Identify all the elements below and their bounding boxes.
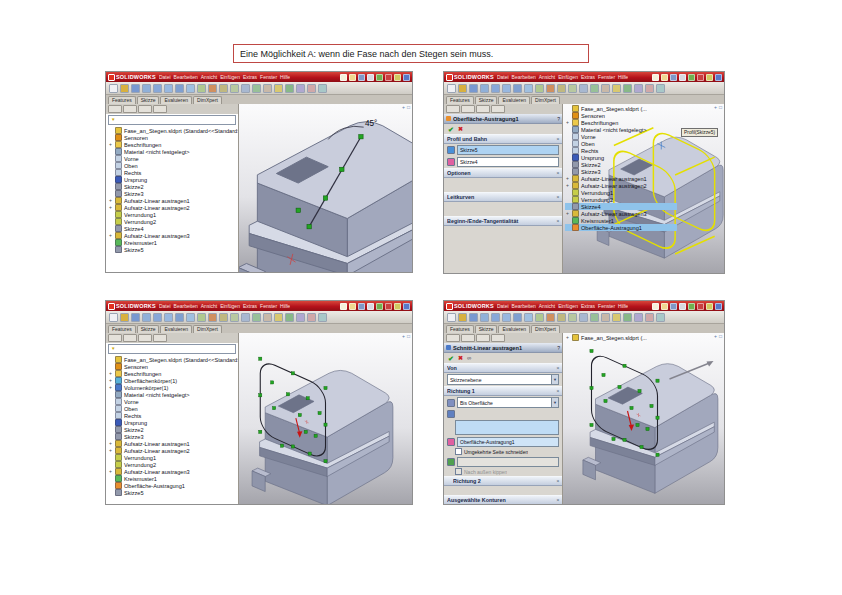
spline-icon[interactable]: [175, 313, 184, 322]
sketch-fillet-icon[interactable]: [535, 313, 544, 322]
tree-item[interactable]: Rechts: [108, 412, 238, 419]
menu-item[interactable]: Fenster: [260, 303, 277, 309]
line-icon[interactable]: [469, 313, 478, 322]
tree-item[interactable]: +Volumenkörper(1): [108, 384, 238, 391]
convert-entities-icon[interactable]: [557, 313, 566, 322]
smart-dimension-icon[interactable]: [274, 313, 283, 322]
dimxpertmanager-tab[interactable]: [491, 105, 505, 113]
help-icon[interactable]: ?: [557, 345, 560, 351]
menu-item[interactable]: Datei: [159, 303, 171, 309]
tree-item[interactable]: Material <nicht festgelegt>: [565, 126, 677, 133]
direction-selection-box[interactable]: [455, 420, 559, 435]
open-icon[interactable]: [349, 303, 356, 310]
commandmanager-tab[interactable]: Features: [446, 96, 474, 104]
menu-item[interactable]: Ansicht: [201, 74, 217, 80]
menu-item[interactable]: Fenster: [260, 74, 277, 80]
save-icon[interactable]: [358, 74, 365, 81]
circle-icon[interactable]: [153, 84, 162, 93]
draft-outward-checkbox[interactable]: Nach außen kippen: [444, 468, 562, 476]
dimxpertmanager-tab[interactable]: [153, 334, 167, 342]
open-icon[interactable]: [661, 303, 668, 310]
tree-item[interactable]: +Aufsatz-Linear austragen1: [565, 175, 677, 182]
new-icon[interactable]: [652, 303, 659, 310]
sketch-tool-icon[interactable]: [120, 84, 129, 93]
spline-icon[interactable]: [513, 84, 522, 93]
menu-item[interactable]: Hilfe: [618, 303, 628, 309]
select-icon[interactable]: [109, 84, 118, 93]
smart-dimension-icon[interactable]: [274, 84, 283, 93]
menu-item[interactable]: Einfügen: [220, 303, 240, 309]
tree-item[interactable]: Vorne: [108, 398, 238, 405]
tree-item[interactable]: Skizze4: [108, 225, 238, 232]
commandmanager-tab[interactable]: DimXpert: [531, 325, 560, 333]
menu-item[interactable]: Extras: [243, 74, 257, 80]
trim-icon[interactable]: [208, 84, 217, 93]
select-icon[interactable]: [447, 84, 456, 93]
rectangle-icon[interactable]: [142, 313, 151, 322]
zoom-fit-icon[interactable]: □: [407, 105, 410, 110]
zoom-fit-icon[interactable]: □: [719, 105, 722, 110]
pan-icon[interactable]: +: [714, 334, 717, 339]
menu-item[interactable]: Einfügen: [558, 303, 578, 309]
propertymanager-tab[interactable]: [461, 334, 475, 342]
tree-item[interactable]: Skizze3: [108, 190, 238, 197]
sketch-repair-icon[interactable]: [307, 313, 316, 322]
linear-sketch-pattern-icon[interactable]: [590, 313, 599, 322]
reverse-direction-icon[interactable]: [447, 399, 455, 407]
tree-item[interactable]: Vorne: [108, 155, 238, 162]
commandmanager-tab[interactable]: Features: [108, 325, 136, 333]
profile-field[interactable]: Skizze5: [457, 145, 559, 155]
sketch-tool-icon[interactable]: [120, 313, 129, 322]
mirror-entities-icon[interactable]: [241, 313, 250, 322]
tree-item[interactable]: Skizze3: [565, 168, 677, 175]
tree-item[interactable]: +Beschriftungen: [108, 370, 238, 377]
convert-entities-icon[interactable]: [219, 313, 228, 322]
viewport-controls[interactable]: +□: [402, 105, 410, 110]
print-icon[interactable]: [367, 303, 374, 310]
tree-item[interactable]: Fase_an_Stegen.sldprt (Standard<<Standar…: [108, 127, 238, 134]
menu-item[interactable]: Extras: [581, 74, 595, 80]
trim-icon[interactable]: [546, 313, 555, 322]
tree-item[interactable]: Skizze3: [108, 433, 238, 440]
angle-dimension[interactable]: 45°: [365, 119, 377, 128]
move-entities-icon[interactable]: [263, 84, 272, 93]
graphics-viewport[interactable]: +□ +Fase_an_Stegen.sldprt (...: [563, 333, 724, 505]
tree-item[interactable]: Sensoren: [565, 112, 677, 119]
featuremanager-tab[interactable]: [108, 105, 122, 113]
tree-item[interactable]: +Aufsatz-Linear austragen1: [108, 440, 238, 447]
arc-icon[interactable]: [502, 313, 511, 322]
path-field[interactable]: Skizze4: [457, 157, 559, 167]
help-icon[interactable]: ?: [557, 116, 560, 122]
display-relations-icon[interactable]: [296, 84, 305, 93]
tree-item[interactable]: Skizze5: [108, 489, 238, 496]
viewport-controls[interactable]: +□: [402, 334, 410, 339]
mirror-entities-icon[interactable]: [241, 84, 250, 93]
quick-snaps-icon[interactable]: [656, 84, 665, 93]
sketch-repair-icon[interactable]: [645, 84, 654, 93]
menu-item[interactable]: Ansicht: [539, 74, 555, 80]
pan-icon[interactable]: +: [402, 105, 405, 110]
tree-item[interactable]: Rechts: [108, 169, 238, 176]
help-icon[interactable]: [715, 303, 722, 310]
mirror-entities-icon[interactable]: [579, 313, 588, 322]
new-icon[interactable]: [340, 74, 347, 81]
commandmanager-tab[interactable]: Skizze: [475, 325, 498, 333]
select-icon[interactable]: [447, 313, 456, 322]
sketch-repair-icon[interactable]: [307, 84, 316, 93]
propertymanager-tab[interactable]: [123, 105, 137, 113]
from-dropdown[interactable]: Skizzenebene▼: [447, 374, 559, 385]
sketch-repair-icon[interactable]: [645, 313, 654, 322]
checkbox-icon[interactable]: [455, 448, 462, 455]
detail-preview-icon[interactable]: ∞: [467, 355, 471, 361]
commandmanager-tab[interactable]: Features: [108, 96, 136, 104]
tree-item[interactable]: Oben: [565, 140, 677, 147]
smart-dimension-icon[interactable]: [612, 84, 621, 93]
propertymanager-tab[interactable]: [461, 105, 475, 113]
sketch-fillet-icon[interactable]: [197, 84, 206, 93]
tree-item[interactable]: Skizze2: [108, 183, 238, 190]
graphics-viewport[interactable]: +□ Fase_an_Stegen.sldprt (...Sensoren+Be…: [563, 104, 724, 274]
circle-icon[interactable]: [491, 313, 500, 322]
sketch-fillet-icon[interactable]: [197, 313, 206, 322]
surface-field[interactable]: Oberfläche-Austragung1: [457, 437, 559, 447]
help-icon[interactable]: [403, 303, 410, 310]
